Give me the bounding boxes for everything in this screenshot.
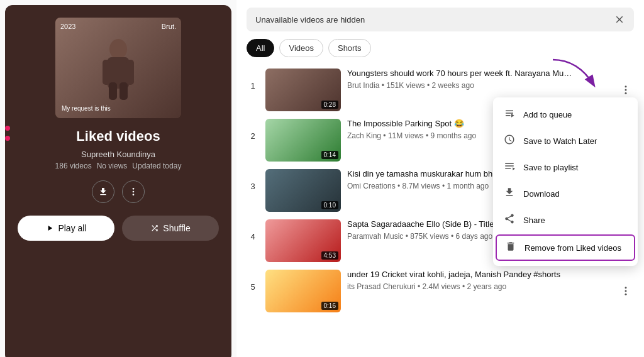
channel-name: Omi Creations bbox=[347, 182, 396, 190]
video-thumbnail[interactable]: 4:53 bbox=[265, 219, 341, 262]
dropdown-share[interactable]: Share bbox=[493, 207, 638, 233]
thumbnail-brand-label: Brut. bbox=[162, 23, 176, 30]
right-panel: Unavailable videos are hidden All Videos… bbox=[236, 0, 644, 357]
video-number: 5 bbox=[247, 270, 259, 292]
svg-point-22 bbox=[625, 290, 627, 292]
queue-label: Add to queue bbox=[523, 110, 572, 119]
share-icon bbox=[503, 213, 516, 227]
more-vert-icon bbox=[620, 84, 631, 96]
share-label: Share bbox=[523, 216, 545, 225]
duration-badge: 0:14 bbox=[321, 151, 338, 159]
video-title: Youngsters should work 70 hours per week… bbox=[347, 69, 574, 79]
svg-rect-2 bbox=[103, 60, 110, 85]
video-title: under 19 Cricket virat kohli, jadeja, Ma… bbox=[347, 270, 574, 280]
play-buttons-row: Play all Shuffle bbox=[18, 216, 219, 241]
dropdown-remove-liked[interactable]: Remove from Liked videos bbox=[496, 234, 635, 261]
download-icon bbox=[503, 187, 516, 200]
download-icon bbox=[98, 187, 108, 197]
dropdown-save-watch-later[interactable]: Save to Watch Later bbox=[493, 128, 638, 154]
delete-icon bbox=[504, 241, 517, 255]
view-count: 8.7M views bbox=[402, 182, 440, 190]
video-thumbnail[interactable]: 0:14 bbox=[265, 119, 341, 162]
watch-later-icon bbox=[503, 134, 516, 148]
play-all-button[interactable]: Play all bbox=[18, 216, 114, 241]
more-options-button[interactable] bbox=[122, 180, 145, 203]
table-row: 5 0:16 under 19 Cricket virat kohli, jad… bbox=[247, 266, 634, 316]
more-vert-icon bbox=[620, 285, 631, 297]
video-thumbnail[interactable]: 0:10 bbox=[265, 169, 341, 212]
action-icons-row bbox=[92, 180, 145, 203]
decoration-dot-2 bbox=[5, 136, 10, 141]
svg-point-23 bbox=[625, 294, 627, 295]
channel-name: Zach King bbox=[347, 131, 381, 140]
play-all-label: Play all bbox=[58, 223, 86, 233]
video-age: 6 days ago bbox=[456, 232, 493, 241]
video-count: 186 videos bbox=[55, 162, 92, 170]
view-count: 875K views bbox=[410, 232, 448, 241]
duration-badge: 0:10 bbox=[321, 201, 338, 209]
svg-point-7 bbox=[133, 191, 135, 193]
more-icon bbox=[128, 187, 138, 197]
svg-point-11 bbox=[625, 92, 627, 94]
svg-point-6 bbox=[133, 188, 135, 190]
close-notice-button[interactable] bbox=[614, 14, 625, 25]
notice-text: Unavailable videos are hidden bbox=[255, 15, 365, 25]
tab-videos[interactable]: Videos bbox=[279, 39, 323, 57]
playlist-thumbnail: 2023 Brut. My request is this bbox=[55, 18, 181, 118]
svg-point-8 bbox=[133, 194, 135, 195]
duration-badge: 0:28 bbox=[321, 101, 338, 109]
view-count: 11M views bbox=[388, 131, 424, 140]
shuffle-label: Shuffle bbox=[163, 223, 190, 233]
thumbnail-year-label: 2023 bbox=[60, 23, 75, 30]
video-thumbnail[interactable]: 0:16 bbox=[265, 270, 341, 312]
dropdown-add-to-queue[interactable]: Add to queue bbox=[493, 101, 638, 128]
shuffle-button[interactable]: Shuffle bbox=[122, 216, 219, 241]
decoration-dot-1 bbox=[5, 126, 10, 131]
video-age: 9 months ago bbox=[430, 131, 476, 140]
video-number: 4 bbox=[247, 219, 259, 241]
person-silhouette bbox=[96, 33, 140, 102]
playlist-title: Liked videos bbox=[76, 128, 160, 145]
remove-liked-label: Remove from Liked videos bbox=[525, 243, 621, 253]
video-thumbnail[interactable]: 0:28 bbox=[265, 69, 341, 111]
tab-all[interactable]: All bbox=[247, 39, 274, 57]
queue-icon bbox=[503, 107, 516, 121]
duration-badge: 4:53 bbox=[321, 251, 338, 260]
tab-shorts[interactable]: Shorts bbox=[328, 39, 371, 57]
video-meta: Brut India • 151K views • 2 weeks ago bbox=[347, 81, 611, 90]
playlist-meta: 186 videos No views Updated today bbox=[55, 162, 182, 170]
duration-badge: 0:16 bbox=[321, 302, 338, 310]
channel-name: Paramvah Music bbox=[347, 232, 403, 241]
view-count: 2.4M views bbox=[423, 282, 460, 291]
video-age: 2 years ago bbox=[467, 282, 507, 291]
dropdown-download[interactable]: Download bbox=[493, 180, 638, 207]
left-decoration bbox=[5, 126, 10, 141]
notice-bar: Unavailable videos are hidden bbox=[247, 8, 634, 31]
left-panel: 2023 Brut. My request is this Liked vide… bbox=[5, 5, 231, 357]
download-label: Download bbox=[523, 189, 560, 199]
view-count: No views bbox=[97, 162, 128, 170]
watch-later-label: Save to Watch Later bbox=[523, 136, 597, 146]
channel-name: its Prasad Cherukuri bbox=[347, 282, 416, 291]
save-playlist-label: Save to playlist bbox=[523, 163, 578, 172]
dropdown-save-playlist[interactable]: Save to playlist bbox=[493, 154, 638, 180]
video-number: 3 bbox=[247, 169, 259, 191]
video-more-button-5[interactable] bbox=[618, 283, 634, 299]
shuffle-icon bbox=[150, 224, 159, 233]
playlist-icon bbox=[503, 160, 516, 174]
video-info: under 19 Cricket virat kohli, jadeja, Ma… bbox=[347, 270, 611, 291]
download-icon-button[interactable] bbox=[92, 180, 114, 203]
svg-rect-5 bbox=[119, 82, 128, 100]
video-meta: its Prasad Cherukuri • 2.4M views • 2 ye… bbox=[347, 282, 611, 291]
svg-point-0 bbox=[109, 39, 127, 59]
svg-point-9 bbox=[625, 85, 627, 87]
video-age: 2 weeks ago bbox=[432, 81, 474, 90]
playlist-owner: Supreeth Koundinya bbox=[81, 150, 155, 159]
filter-tabs: All Videos Shorts bbox=[247, 39, 634, 57]
video-age: 1 month ago bbox=[447, 182, 489, 190]
svg-rect-3 bbox=[126, 60, 134, 85]
updated-info: Updated today bbox=[132, 162, 181, 170]
play-icon bbox=[45, 224, 54, 233]
video-info: Youngsters should work 70 hours per week… bbox=[347, 69, 611, 90]
video-more-button-1[interactable] bbox=[618, 82, 634, 98]
